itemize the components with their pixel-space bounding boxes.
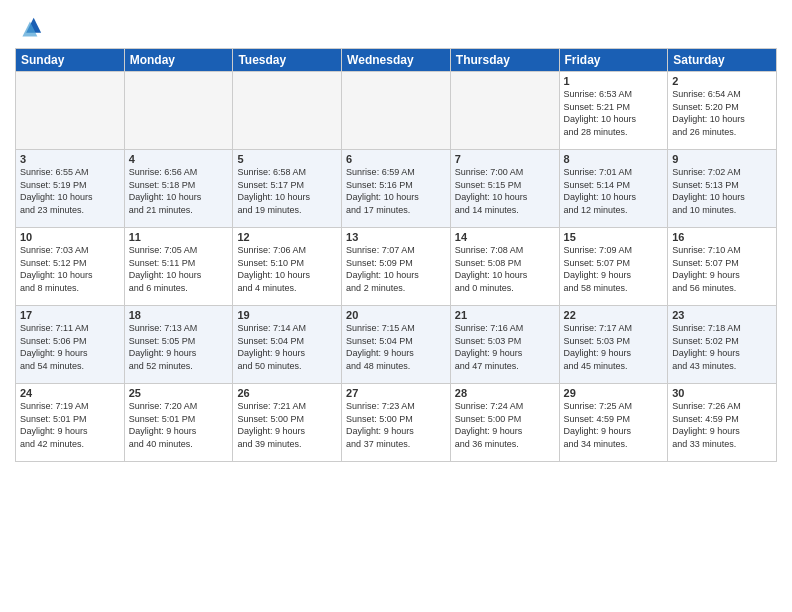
calendar-cell: 1Sunrise: 6:53 AM Sunset: 5:21 PM Daylig… [559,72,668,150]
day-number: 26 [237,387,337,399]
calendar-cell: 17Sunrise: 7:11 AM Sunset: 5:06 PM Dayli… [16,306,125,384]
calendar-cell [16,72,125,150]
page-container: SundayMondayTuesdayWednesdayThursdayFrid… [0,0,792,467]
day-header-tuesday: Tuesday [233,49,342,72]
calendar-cell: 6Sunrise: 6:59 AM Sunset: 5:16 PM Daylig… [342,150,451,228]
day-header-monday: Monday [124,49,233,72]
day-info: Sunrise: 7:15 AM Sunset: 5:04 PM Dayligh… [346,322,446,372]
calendar-cell: 8Sunrise: 7:01 AM Sunset: 5:14 PM Daylig… [559,150,668,228]
day-info: Sunrise: 6:55 AM Sunset: 5:19 PM Dayligh… [20,166,120,216]
day-info: Sunrise: 7:03 AM Sunset: 5:12 PM Dayligh… [20,244,120,294]
day-info: Sunrise: 7:01 AM Sunset: 5:14 PM Dayligh… [564,166,664,216]
day-number: 30 [672,387,772,399]
day-number: 27 [346,387,446,399]
day-number: 8 [564,153,664,165]
calendar-week-1: 1Sunrise: 6:53 AM Sunset: 5:21 PM Daylig… [16,72,777,150]
calendar-cell: 21Sunrise: 7:16 AM Sunset: 5:03 PM Dayli… [450,306,559,384]
day-info: Sunrise: 7:17 AM Sunset: 5:03 PM Dayligh… [564,322,664,372]
day-info: Sunrise: 7:07 AM Sunset: 5:09 PM Dayligh… [346,244,446,294]
day-info: Sunrise: 7:13 AM Sunset: 5:05 PM Dayligh… [129,322,229,372]
day-info: Sunrise: 7:08 AM Sunset: 5:08 PM Dayligh… [455,244,555,294]
day-header-friday: Friday [559,49,668,72]
day-info: Sunrise: 7:25 AM Sunset: 4:59 PM Dayligh… [564,400,664,450]
calendar-week-2: 3Sunrise: 6:55 AM Sunset: 5:19 PM Daylig… [16,150,777,228]
day-info: Sunrise: 6:58 AM Sunset: 5:17 PM Dayligh… [237,166,337,216]
day-info: Sunrise: 7:09 AM Sunset: 5:07 PM Dayligh… [564,244,664,294]
calendar-cell: 22Sunrise: 7:17 AM Sunset: 5:03 PM Dayli… [559,306,668,384]
calendar-week-4: 17Sunrise: 7:11 AM Sunset: 5:06 PM Dayli… [16,306,777,384]
day-header-saturday: Saturday [668,49,777,72]
calendar-cell: 2Sunrise: 6:54 AM Sunset: 5:20 PM Daylig… [668,72,777,150]
day-info: Sunrise: 7:18 AM Sunset: 5:02 PM Dayligh… [672,322,772,372]
calendar-cell: 28Sunrise: 7:24 AM Sunset: 5:00 PM Dayli… [450,384,559,462]
day-number: 10 [20,231,120,243]
calendar-cell: 10Sunrise: 7:03 AM Sunset: 5:12 PM Dayli… [16,228,125,306]
day-number: 28 [455,387,555,399]
calendar-cell: 26Sunrise: 7:21 AM Sunset: 5:00 PM Dayli… [233,384,342,462]
calendar-header-row: SundayMondayTuesdayWednesdayThursdayFrid… [16,49,777,72]
calendar-cell: 29Sunrise: 7:25 AM Sunset: 4:59 PM Dayli… [559,384,668,462]
day-info: Sunrise: 6:53 AM Sunset: 5:21 PM Dayligh… [564,88,664,138]
calendar-cell: 30Sunrise: 7:26 AM Sunset: 4:59 PM Dayli… [668,384,777,462]
calendar-cell: 24Sunrise: 7:19 AM Sunset: 5:01 PM Dayli… [16,384,125,462]
calendar-cell [450,72,559,150]
calendar-cell: 20Sunrise: 7:15 AM Sunset: 5:04 PM Dayli… [342,306,451,384]
day-info: Sunrise: 6:56 AM Sunset: 5:18 PM Dayligh… [129,166,229,216]
calendar-cell: 13Sunrise: 7:07 AM Sunset: 5:09 PM Dayli… [342,228,451,306]
day-header-wednesday: Wednesday [342,49,451,72]
day-info: Sunrise: 7:10 AM Sunset: 5:07 PM Dayligh… [672,244,772,294]
day-number: 11 [129,231,229,243]
day-info: Sunrise: 7:19 AM Sunset: 5:01 PM Dayligh… [20,400,120,450]
day-number: 3 [20,153,120,165]
day-number: 1 [564,75,664,87]
calendar-cell: 18Sunrise: 7:13 AM Sunset: 5:05 PM Dayli… [124,306,233,384]
calendar-cell: 16Sunrise: 7:10 AM Sunset: 5:07 PM Dayli… [668,228,777,306]
calendar-cell [233,72,342,150]
calendar-cell: 27Sunrise: 7:23 AM Sunset: 5:00 PM Dayli… [342,384,451,462]
calendar-cell [342,72,451,150]
day-number: 2 [672,75,772,87]
day-header-sunday: Sunday [16,49,125,72]
day-number: 15 [564,231,664,243]
day-info: Sunrise: 6:54 AM Sunset: 5:20 PM Dayligh… [672,88,772,138]
day-info: Sunrise: 7:24 AM Sunset: 5:00 PM Dayligh… [455,400,555,450]
calendar-cell [124,72,233,150]
calendar-cell: 7Sunrise: 7:00 AM Sunset: 5:15 PM Daylig… [450,150,559,228]
day-info: Sunrise: 7:05 AM Sunset: 5:11 PM Dayligh… [129,244,229,294]
day-info: Sunrise: 7:23 AM Sunset: 5:00 PM Dayligh… [346,400,446,450]
calendar-cell: 23Sunrise: 7:18 AM Sunset: 5:02 PM Dayli… [668,306,777,384]
calendar-cell: 19Sunrise: 7:14 AM Sunset: 5:04 PM Dayli… [233,306,342,384]
day-info: Sunrise: 7:11 AM Sunset: 5:06 PM Dayligh… [20,322,120,372]
day-number: 13 [346,231,446,243]
calendar-cell: 4Sunrise: 6:56 AM Sunset: 5:18 PM Daylig… [124,150,233,228]
day-number: 17 [20,309,120,321]
calendar-cell: 9Sunrise: 7:02 AM Sunset: 5:13 PM Daylig… [668,150,777,228]
day-number: 14 [455,231,555,243]
day-number: 12 [237,231,337,243]
day-info: Sunrise: 6:59 AM Sunset: 5:16 PM Dayligh… [346,166,446,216]
header [15,10,777,42]
logo [15,14,47,42]
day-info: Sunrise: 7:02 AM Sunset: 5:13 PM Dayligh… [672,166,772,216]
calendar-cell: 14Sunrise: 7:08 AM Sunset: 5:08 PM Dayli… [450,228,559,306]
calendar-cell: 12Sunrise: 7:06 AM Sunset: 5:10 PM Dayli… [233,228,342,306]
calendar: SundayMondayTuesdayWednesdayThursdayFrid… [15,48,777,462]
day-header-thursday: Thursday [450,49,559,72]
day-info: Sunrise: 7:16 AM Sunset: 5:03 PM Dayligh… [455,322,555,372]
calendar-cell: 25Sunrise: 7:20 AM Sunset: 5:01 PM Dayli… [124,384,233,462]
day-number: 19 [237,309,337,321]
day-number: 21 [455,309,555,321]
day-info: Sunrise: 7:06 AM Sunset: 5:10 PM Dayligh… [237,244,337,294]
day-info: Sunrise: 7:26 AM Sunset: 4:59 PM Dayligh… [672,400,772,450]
day-number: 7 [455,153,555,165]
day-number: 23 [672,309,772,321]
day-number: 6 [346,153,446,165]
day-number: 4 [129,153,229,165]
day-number: 9 [672,153,772,165]
day-info: Sunrise: 7:00 AM Sunset: 5:15 PM Dayligh… [455,166,555,216]
day-number: 16 [672,231,772,243]
day-number: 22 [564,309,664,321]
day-number: 18 [129,309,229,321]
calendar-cell: 5Sunrise: 6:58 AM Sunset: 5:17 PM Daylig… [233,150,342,228]
calendar-week-3: 10Sunrise: 7:03 AM Sunset: 5:12 PM Dayli… [16,228,777,306]
